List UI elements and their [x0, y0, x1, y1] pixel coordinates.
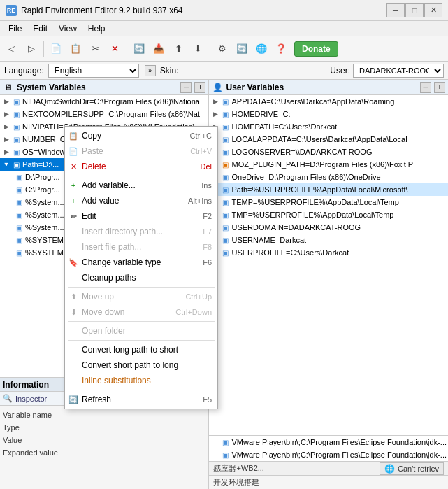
toolbar-refresh1[interactable]: 🔄: [130, 40, 148, 58]
ctx-copy[interactable]: 📋 Copy Ctrl+C: [65, 128, 217, 143]
move-up-icon: ⬆: [68, 291, 79, 302]
user-var-homepath[interactable]: ▶ ▣ HOMEPATH=C:\Users\Darkcat: [209, 120, 448, 133]
ctx-edit[interactable]: ✏ Edit F2: [65, 208, 217, 224]
user-var-tmp[interactable]: ▶ ▣ TMP=%USERPROFILE%\AppData\Local\Temp: [209, 208, 448, 221]
toolbar-import[interactable]: 📥: [150, 40, 168, 58]
toolbar-refresh2[interactable]: 🔄: [233, 40, 251, 58]
user-label: User:: [330, 66, 350, 76]
context-menu: 📋 Copy Ctrl+C 📄 Paste Ctrl+V ✕ Delete De…: [64, 126, 218, 409]
user-var-onedrive[interactable]: ▶ ▣ OneDrive=D:\Program Files (x86)\OneD…: [209, 171, 448, 183]
menu-file[interactable]: File: [3, 22, 27, 35]
var-icon: ▣: [14, 210, 24, 220]
bottom-row1[interactable]: ▣ VMware Player\bin\;C:\Program Files\Ec…: [209, 436, 448, 448]
user-var-localappdata[interactable]: ▶ ▣ LOCALAPPDATA=C:\Users\Darkcat\AppDat…: [209, 133, 448, 146]
minimize-button[interactable]: ─: [386, 3, 405, 17]
toolbar-up[interactable]: ⬆: [169, 40, 187, 58]
inspector-row-expanded: Expanded value: [3, 446, 205, 459]
bottom-row2[interactable]: ▣ VMware Player\bin\;C:\Program Files\Ec…: [209, 448, 448, 461]
user-var-logonserver[interactable]: ▶ ▣ LOGONSERVER=\\DADARKCAT-ROOG: [209, 146, 448, 158]
var-item-nidaq[interactable]: ▶ ▣ NIDAQmxSwitchDir=C:\Program Files (x…: [0, 95, 208, 108]
ctx-open-folder[interactable]: Open folder: [65, 323, 217, 339]
toolbar-delete[interactable]: ✕: [106, 40, 124, 58]
ctx-insert-dir[interactable]: Insert directory path... F7: [65, 224, 217, 239]
user-vars-header: 👤 User Variables ─ +: [209, 80, 448, 95]
toolbar-forward[interactable]: ▷: [22, 40, 41, 58]
ctx-paste[interactable]: 📄 Paste Ctrl+V: [65, 143, 217, 159]
toolbar-copy[interactable]: 📋: [66, 40, 85, 58]
window-controls: ─ □ ✕: [386, 3, 442, 17]
ctx-change-type[interactable]: 🔖 Change variable type F6: [65, 255, 217, 270]
ctx-insert-file-shortcut: F8: [203, 243, 212, 251]
user-var-homedrive[interactable]: ▶ ▣ HOMEDRIVE=C:: [209, 108, 448, 120]
toolbar-globe[interactable]: 🌐: [252, 40, 270, 58]
menu-edit[interactable]: Edit: [27, 22, 53, 35]
menu-view[interactable]: View: [53, 22, 82, 35]
close-button[interactable]: ✕: [424, 3, 442, 17]
inspector-content: Variable name Type Value Expanded value: [0, 406, 208, 462]
ctx-delete[interactable]: ✕ Delete Del: [65, 159, 217, 174]
user-var-appdata[interactable]: ▶ ▣ APPDATA=C:\Users\Darkcat\AppData\Roa…: [209, 95, 448, 108]
ctx-long-to-short[interactable]: Convert long path to short: [65, 342, 217, 357]
var-icon: ▣: [14, 248, 24, 257]
toolbar-new[interactable]: 📄: [47, 40, 65, 58]
ctx-short-to-long-label: Convert short path to long: [82, 360, 178, 370]
menu-help[interactable]: Help: [82, 22, 111, 35]
toolbar-settings[interactable]: ⚙: [213, 40, 231, 58]
user-var-mozplugin[interactable]: ▶ ▣ MOZ_PLUGIN_PATH=D:\Program Files (x8…: [209, 158, 448, 171]
ctx-short-to-long[interactable]: Convert short path to long: [65, 357, 217, 373]
system-vars-expand[interactable]: +: [194, 82, 205, 93]
refresh-icon: 🔄: [68, 394, 79, 405]
ctx-insert-file[interactable]: Insert file path... F8: [65, 239, 217, 255]
user-select[interactable]: DADARKCAT-ROOG\Darkcat [log: [353, 64, 444, 78]
user-var-temp[interactable]: ▶ ▣ TEMP=%USERPROFILE%\AppData\Local\Tem…: [209, 196, 448, 208]
user-var-userdomain[interactable]: ▶ ▣ USERDOMAIN=DADARKCAT-ROOG: [209, 221, 448, 234]
user-var-userprofile[interactable]: ▶ ▣ USERPROFILE=C:\Users\Darkcat: [209, 246, 448, 259]
toolbar-down[interactable]: ⬇: [189, 40, 207, 58]
language-select[interactable]: English: [48, 64, 139, 78]
var-icon: ▣: [14, 222, 24, 232]
maximize-button[interactable]: □: [405, 3, 424, 17]
ctx-delete-shortcut: Del: [200, 162, 212, 171]
toolbar-help[interactable]: ❓: [272, 40, 290, 58]
user-var-path[interactable]: ▶ ▣ Path=%USERPROFILE%\AppData\Local\Mic…: [209, 183, 448, 196]
ctx-copy-label: Copy: [82, 131, 101, 141]
user-vars-collapse[interactable]: ─: [420, 82, 431, 93]
toolbar-sep1: [43, 41, 44, 57]
var-text: USERNAME=Darkcat: [231, 236, 306, 244]
ctx-insert-dir-label: Insert directory path...: [82, 227, 163, 236]
ctx-move-down[interactable]: ⬇ Move down Ctrl+Down: [65, 304, 217, 320]
ctx-insert-dir-shortcut: F7: [203, 227, 212, 236]
title-bar: RE Rapid Environment Editor 9.2 build 93…: [0, 0, 448, 21]
toolbar-cut[interactable]: ✂: [86, 40, 104, 58]
ctx-move-up[interactable]: ⬆ Move up Ctrl+Up: [65, 289, 217, 304]
user-vars-expand[interactable]: +: [434, 82, 445, 93]
ctx-open-folder-label: Open folder: [82, 326, 126, 336]
status-retrieve-btn[interactable]: 🌐 Can't retriev: [380, 462, 444, 475]
var-icon: ▣: [11, 134, 21, 144]
expand-icon: ▶: [1, 122, 11, 132]
system-vars-collapse[interactable]: ─: [180, 82, 192, 93]
retrieve-icon: 🌐: [384, 464, 395, 474]
expand-icon: ▶: [1, 147, 11, 157]
user-var-username[interactable]: ▶ ▣ USERNAME=Darkcat: [209, 234, 448, 246]
ctx-paste-label: Paste: [82, 146, 103, 156]
var-icon: ▣: [14, 235, 24, 245]
ctx-add-value[interactable]: + Add value Alt+Ins: [65, 193, 217, 208]
add-val-icon: +: [68, 195, 79, 206]
var-icon: ▣: [14, 197, 24, 207]
ctx-cleanup[interactable]: Cleanup paths: [65, 270, 217, 285]
lang-expand-icon[interactable]: »: [145, 65, 156, 76]
ctx-refresh[interactable]: 🔄 Refresh F5: [65, 392, 217, 407]
toolbar-back[interactable]: ◁: [3, 40, 21, 58]
ctx-inline-sub[interactable]: Inline substitutions: [65, 373, 217, 388]
ctx-move-up-label: Move up: [82, 292, 114, 302]
status-bar: 感应器+WB2... 🌐 Can't retriev: [209, 461, 448, 475]
right-panel-bottom: ▣ VMware Player\bin\;C:\Program Files\Ec…: [209, 435, 448, 461]
ctx-add-variable[interactable]: + Add variable... Ins: [65, 178, 217, 193]
var-icon: ▣: [220, 222, 230, 232]
expand-icon: ▶: [1, 109, 11, 119]
donate-button[interactable]: Donate: [294, 41, 338, 57]
expand-icon: ▶: [1, 97, 11, 106]
var-item-next[interactable]: ▶ ▣ NEXTCOMPILERSUPP=C:\Program Files (x…: [0, 108, 208, 120]
expand-icon: ▼: [1, 160, 11, 169]
